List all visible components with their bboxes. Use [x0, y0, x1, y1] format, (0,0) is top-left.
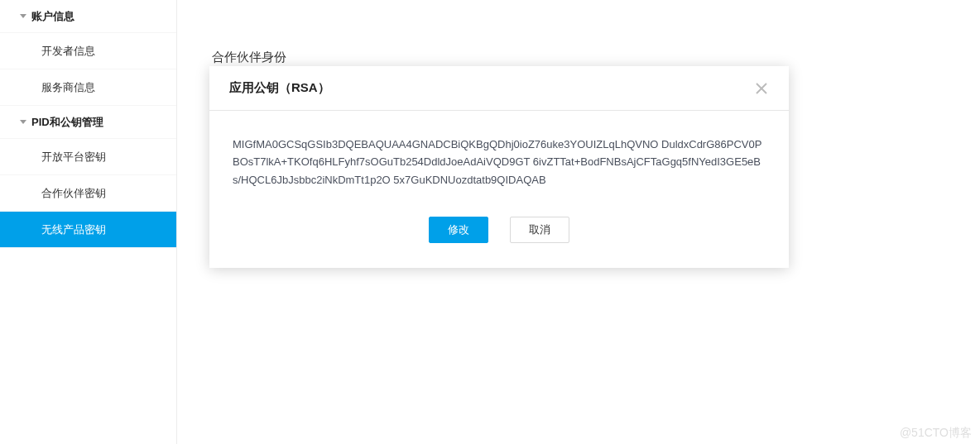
chevron-down-icon: [20, 120, 26, 124]
sidebar-item-developer-info[interactable]: 开发者信息: [0, 33, 176, 69]
sidebar-item-partner-key[interactable]: 合作伙伴密钥: [0, 175, 176, 212]
sidebar-item-label: 合作伙伴密钥: [41, 186, 106, 201]
modal-footer: 修改 取消: [209, 198, 789, 268]
modal-rsa-public-key: 应用公钥（RSA） MIGfMA0GCSqGSIb3DQEBAQUAA4GNAD…: [209, 66, 789, 268]
cancel-button[interactable]: 取消: [510, 217, 569, 243]
modal-body-key-text: MIGfMA0GCSqGSIb3DQEBAQUAA4GNADCBiQKBgQDh…: [209, 111, 789, 198]
sidebar-item-label: 无线产品密钥: [41, 222, 106, 237]
x-icon: [756, 83, 767, 94]
watermark: @51CTO博客: [900, 426, 972, 441]
button-label: 修改: [448, 222, 469, 237]
modify-button[interactable]: 修改: [429, 217, 488, 243]
modal-header: 应用公钥（RSA）: [209, 66, 789, 111]
chevron-down-icon: [20, 14, 26, 18]
modal-title: 应用公钥（RSA）: [229, 80, 330, 96]
sidebar-section-title: PID和公钥管理: [31, 115, 103, 130]
button-label: 取消: [529, 222, 550, 237]
sidebar-section-title: 账户信息: [31, 9, 74, 24]
sidebar-section-pid-key[interactable]: PID和公钥管理: [0, 106, 176, 139]
close-icon[interactable]: [754, 81, 769, 96]
sidebar-section-account[interactable]: 账户信息: [0, 0, 176, 33]
sidebar-item-open-platform-key[interactable]: 开放平台密钥: [0, 139, 176, 175]
sidebar-item-service-provider-info[interactable]: 服务商信息: [0, 69, 176, 106]
sidebar-item-label: 服务商信息: [41, 80, 95, 95]
sidebar-item-label: 开发者信息: [41, 44, 95, 59]
page-title: 合作伙伴身份: [212, 50, 947, 65]
sidebar-item-wireless-product-key[interactable]: 无线产品密钥: [0, 212, 176, 248]
sidebar: 账户信息 开发者信息 服务商信息 PID和公钥管理 开放平台密钥 合作伙伴密钥 …: [0, 0, 177, 444]
sidebar-item-label: 开放平台密钥: [41, 150, 106, 165]
